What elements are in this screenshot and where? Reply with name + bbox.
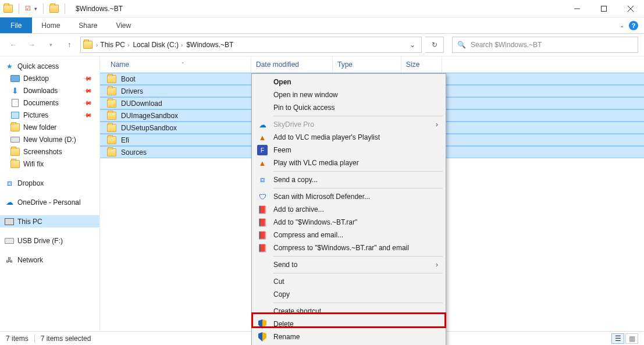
column-size[interactable]: Size [401, 56, 442, 72]
pin-icon: 📌 [83, 110, 92, 119]
address-dropdown-icon[interactable]: ⌄ [406, 41, 419, 49]
file-tab[interactable]: File [0, 17, 32, 33]
archive-icon: 📕 [257, 230, 268, 240]
cm-send-to[interactable]: Send to› [254, 258, 444, 271]
search-input[interactable]: 🔍 Search $Windows.~BT [452, 37, 638, 53]
context-menu: Open Open in new window Pin to Quick acc… [251, 73, 446, 345]
sidebar-dropbox[interactable]: ⧈Dropbox [0, 177, 99, 189]
pin-icon: 📌 [83, 73, 92, 83]
address-bar[interactable]: › This PC› Local Disk (C:)› $Windows.~BT… [80, 37, 422, 53]
breadcrumb-current[interactable]: $Windows.~BT [185, 41, 234, 49]
folder-icon [49, 5, 59, 13]
refresh-button[interactable]: ↻ [425, 37, 444, 53]
cm-delete[interactable]: Delete [254, 318, 444, 330]
view-details-button[interactable]: ☰ [611, 333, 624, 344]
breadcrumb-drive[interactable]: Local Disk (C:)› [131, 41, 184, 49]
sidebar-pictures[interactable]: Pictures📌 [0, 109, 99, 121]
tab-view[interactable]: View [106, 17, 140, 33]
sidebar-documents[interactable]: Documents📌 [0, 97, 99, 109]
back-button[interactable]: ← [6, 37, 21, 52]
folder-icon [107, 75, 116, 83]
cm-skydrive-pro: ☁SkyDrive Pro› [254, 118, 444, 131]
pc-icon [5, 218, 14, 225]
title-bar: ☑ ▾ $Windows.~BT [0, 0, 644, 17]
sort-asc-icon: ˄ [182, 62, 184, 67]
sidebar-screenshots[interactable]: Screenshots [0, 145, 99, 158]
cm-compress-email[interactable]: 📕Compress and email... [254, 229, 444, 241]
column-name[interactable]: Name˄ [106, 56, 251, 72]
archive-icon: 📕 [257, 217, 268, 227]
cm-cut[interactable]: Cut [254, 275, 444, 288]
vlc-icon: ▲ [257, 158, 268, 168]
column-type[interactable]: Type [333, 56, 401, 72]
column-date[interactable]: Date modified [251, 56, 333, 72]
sidebar-downloads[interactable]: ⬇Downloads📌 [0, 84, 99, 97]
recent-dropdown-icon[interactable]: ▾ [43, 37, 58, 52]
minimize-button[interactable] [564, 0, 590, 17]
shield-icon [257, 319, 268, 329]
pin-icon: 📌 [83, 98, 92, 107]
sidebar-new-folder[interactable]: New folder [0, 121, 99, 133]
file-name: Drivers [121, 87, 143, 95]
sidebar-quick-access[interactable]: ★ Quick access [0, 60, 99, 72]
folder-icon [107, 136, 116, 144]
cm-copy[interactable]: Copy [254, 288, 444, 301]
cm-open[interactable]: Open [254, 76, 444, 88]
cm-add-rar[interactable]: 📕Add to "$Windows.~BT.rar" [254, 216, 444, 229]
cm-rename[interactable]: Rename [254, 330, 444, 343]
sidebar-usb-drive[interactable]: USB Drive (F:) [0, 234, 99, 247]
submenu-arrow-icon: › [436, 120, 438, 129]
view-icons-button[interactable]: ▦ [625, 333, 638, 344]
sidebar-onedrive[interactable]: ☁OneDrive - Personal [0, 196, 99, 208]
cm-compress-rar-email[interactable]: 📕Compress to "$Windows.~BT.rar" and emai… [254, 241, 444, 254]
dropbox-icon: ⧈ [257, 175, 268, 185]
cloud-icon: ☁ [5, 198, 14, 207]
folder-icon [10, 123, 20, 131]
folder-icon [107, 99, 116, 108]
folder-icon [107, 148, 116, 157]
submenu-arrow-icon: › [436, 261, 438, 269]
sidebar-wifi-fix[interactable]: Wifi fix [0, 158, 99, 170]
star-icon: ★ [5, 62, 14, 71]
help-icon[interactable]: ? [629, 21, 638, 30]
forward-button[interactable]: → [24, 37, 40, 52]
cm-send-copy[interactable]: ⧈Send a copy... [254, 173, 444, 186]
breadcrumb-this-pc[interactable]: This PC› [99, 41, 130, 49]
download-icon: ⬇ [10, 86, 20, 95]
ribbon-tabs: File Home Share View ⌄ ? [0, 17, 644, 34]
cm-vlc-play[interactable]: ▲Play with VLC media player [254, 157, 444, 169]
sidebar-desktop[interactable]: Desktop📌 [0, 72, 99, 84]
dropbox-icon: ⧈ [5, 179, 14, 188]
close-button[interactable] [617, 0, 644, 17]
qat-dropdown-icon[interactable]: ▾ [34, 6, 37, 12]
sidebar-new-volume[interactable]: New Volume (D:) [0, 133, 99, 145]
cm-add-archive[interactable]: 📕Add to archive... [254, 203, 444, 216]
maximize-button[interactable] [590, 0, 617, 17]
sidebar-network[interactable]: 🖧Network [0, 254, 99, 266]
search-icon: 🔍 [457, 41, 466, 49]
search-placeholder: Search $Windows.~BT [471, 41, 542, 49]
tab-share[interactable]: Share [69, 17, 106, 33]
cm-open-new-window[interactable]: Open in new window [254, 88, 444, 101]
ribbon-collapse-icon[interactable]: ⌄ [620, 22, 624, 29]
navigation-pane: ★ Quick access Desktop📌 ⬇Downloads📌 Docu… [0, 56, 100, 331]
up-button[interactable]: ↑ [62, 37, 77, 52]
cm-feem[interactable]: FFeem [254, 144, 444, 157]
file-name: DUSetupSandbox [121, 124, 177, 132]
feem-icon: F [257, 145, 268, 155]
cm-pin-quick-access[interactable]: Pin to Quick access [254, 101, 444, 114]
folder-icon [107, 87, 116, 95]
tab-home[interactable]: Home [32, 17, 69, 33]
status-selected-count: 7 items selected [41, 335, 91, 343]
folder-icon [3, 5, 13, 13]
chevron-right-icon[interactable]: › [96, 42, 98, 48]
cm-create-shortcut[interactable]: Create shortcut [254, 305, 444, 318]
qat-properties-icon[interactable]: ☑ [25, 5, 31, 12]
document-icon [12, 99, 19, 107]
pin-icon: 📌 [83, 86, 92, 95]
nav-row: ← → ▾ ↑ › This PC› Local Disk (C:)› $Win… [0, 34, 644, 56]
cm-vlc-add-playlist[interactable]: ▲Add to VLC media player's Playlist [254, 131, 444, 144]
sidebar-this-pc[interactable]: This PC [0, 215, 99, 227]
cm-defender-scan[interactable]: 🛡Scan with Microsoft Defender... [254, 190, 444, 203]
cloud-icon: ☁ [257, 119, 268, 130]
